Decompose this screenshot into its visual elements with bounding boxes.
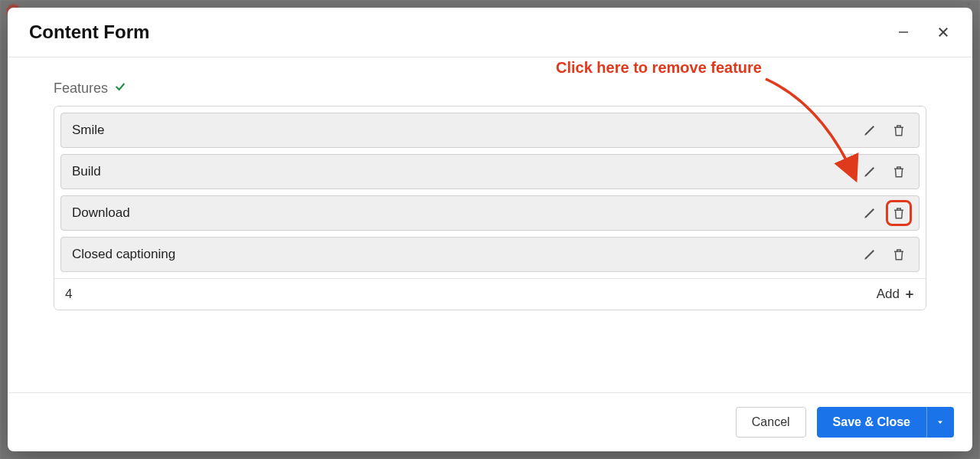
save-close-button[interactable]: Save & Close (817, 407, 926, 438)
minimize-button[interactable] (893, 21, 914, 43)
content-form-modal: Content Form Click here to remove featur… (8, 8, 972, 451)
feature-label: Download (72, 205, 130, 221)
cancel-button[interactable]: Cancel (736, 407, 806, 438)
save-button-group: Save & Close (817, 407, 954, 438)
feature-label: Build (72, 164, 101, 179)
modal-body: Click here to remove feature Features Sm… (8, 57, 972, 392)
delete-button[interactable] (890, 162, 908, 181)
modal-footer: Cancel Save & Close (8, 392, 972, 451)
features-footer: 4 Add (54, 278, 926, 310)
feature-label: Closed captioning (72, 247, 175, 262)
window-controls (893, 21, 954, 43)
add-label: Add (877, 287, 900, 302)
annotation-text: Click here to remove feature (556, 59, 762, 77)
modal-header: Content Form (8, 8, 972, 57)
feature-row[interactable]: Build (60, 154, 920, 189)
features-section-label: Features (54, 80, 926, 97)
close-button[interactable] (933, 21, 954, 43)
pencil-icon (863, 206, 877, 220)
trash-icon (892, 206, 906, 220)
edit-button[interactable] (861, 245, 879, 264)
feature-row[interactable]: Closed captioning (60, 237, 920, 272)
features-label-text: Features (54, 80, 108, 97)
caret-down-icon (936, 418, 945, 427)
trash-icon (892, 123, 906, 137)
highlighted-delete (886, 200, 912, 226)
plus-icon (904, 289, 915, 300)
feature-label: Smile (72, 123, 105, 138)
features-count: 4 (65, 287, 72, 302)
close-icon (936, 25, 950, 39)
features-list: Smile Build (54, 106, 926, 310)
pencil-icon (863, 248, 877, 261)
modal-title: Content Form (29, 21, 149, 43)
save-dropdown-button[interactable] (926, 407, 954, 438)
edit-button[interactable] (861, 204, 879, 222)
feature-row[interactable]: Download (60, 195, 920, 231)
pencil-icon (863, 165, 877, 179)
trash-icon (892, 248, 906, 261)
check-icon (114, 80, 126, 97)
add-feature-button[interactable]: Add (877, 287, 915, 302)
edit-button[interactable] (861, 121, 879, 139)
pencil-icon (863, 123, 877, 137)
delete-button[interactable] (890, 204, 908, 222)
edit-button[interactable] (861, 162, 879, 181)
feature-row[interactable]: Smile (60, 113, 920, 148)
trash-icon (892, 165, 906, 179)
minimize-icon (897, 25, 910, 39)
delete-button[interactable] (890, 121, 908, 139)
delete-button[interactable] (890, 245, 908, 264)
